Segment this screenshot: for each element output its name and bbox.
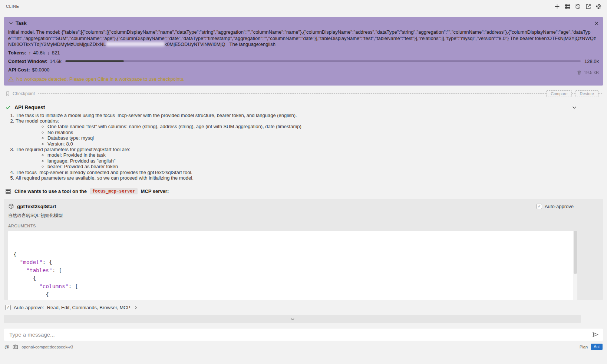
divider [572,93,575,94]
api-cost-row: API Cost: $0.0000 [8,66,599,73]
context-window-row: Context Window: 14.6k 128.0k [8,58,599,65]
list-subitem: Version: 8.0 [47,141,602,147]
arrow-down-icon: ↓ [47,49,50,56]
analysis-list: The task is to initialize a model using … [5,113,602,181]
task-size-value: 19.5 kB [584,70,599,75]
mcp-server-name: focus_mcp-server [90,188,138,194]
redacted-token-blur [106,42,165,46]
list-subitem: language: Provided as "english" [47,158,602,164]
code-line: "columnDisplayName": "name", [13,298,572,300]
trash-icon[interactable] [577,70,582,75]
arguments-code-block[interactable]: { "model": { "tables": [ { "columns": [ … [8,231,577,300]
list-subitem: bearer: Provided as bearer token [47,164,602,169]
code-scrollbar[interactable] [573,231,577,300]
camera-icon[interactable] [13,344,18,350]
api-cost-value: $0.0000 [32,66,50,73]
message-composer [4,328,603,341]
open-external-icon[interactable] [585,3,591,10]
list-subitem: One table named "test" with columns: nam… [47,124,602,129]
scroll-to-bottom-bar[interactable] [4,315,581,323]
tool-name: gptText2sqlStart [17,204,56,209]
act-mode-button[interactable]: Act [591,344,603,350]
task-size-row: 19.5 kB [577,70,599,75]
tokens-down-value: 821 [52,49,60,56]
tool-auto-approve: Auto-approve [537,204,574,209]
bookmark-icon [5,91,10,96]
workspace-warning: No workspace detected. Please open Cline… [8,76,599,82]
list-item: The focus_mcp-server is already connecte… [16,170,602,175]
warning-icon [8,76,14,82]
restore-button[interactable]: Restore [575,90,598,97]
context-window-label: Context Window: [8,58,47,65]
checkpoint-label: Checkpoint [13,91,35,96]
mcp-server-icon [5,188,11,194]
tool-name-wrap: gptText2sqlStart [8,203,537,209]
status-bar: @ openai-compat:deepseek-v3 Plan Act [4,344,603,350]
close-task-icon[interactable] [594,20,600,26]
list-item: All required parameters are available, s… [16,175,602,181]
tool-request-suffix: MCP server: [141,188,169,194]
chevron-down-icon [290,317,295,322]
mcp-servers-icon[interactable] [564,3,571,10]
assistant-analysis: The task is to initialize a model using … [5,113,602,181]
auto-approve-bar[interactable]: Auto-approve: Read, Edit, Commands, Brow… [5,305,600,310]
divider [38,93,546,94]
checkpoint-row: Checkpoint Compare Restore [5,90,602,97]
tokens-label: Tokens: [8,49,26,56]
context-progressbar-fill [65,60,124,62]
task-panel: Task initial model. The model: {"tables"… [4,17,603,86]
chevron-down-icon [8,20,14,26]
app-title: CLINE [6,4,19,9]
new-task-icon[interactable] [554,3,560,10]
api-request-header[interactable]: API Request [5,104,602,110]
list-subitem: Database type: mysql [47,135,602,141]
auto-approve-bar-label: Auto-approve: [14,305,44,310]
list-subitem: No relations [47,130,602,135]
context-used-value: 14.6k [50,58,62,65]
plan-act-toggle: Plan Act [580,344,603,350]
auto-approve-checkbox[interactable] [537,204,542,209]
arrow-up-icon: ↑ [29,49,31,56]
titlebar: CLINE [0,0,607,13]
task-text: initial model. The model: {"tables":[{"c… [8,29,599,48]
mention-at-icon[interactable]: @ [4,344,9,350]
model-selector[interactable]: openai-compat:deepseek-v3 [22,345,73,349]
history-icon[interactable] [575,3,581,10]
code-line: "model": { [13,258,572,267]
chevron-down-icon[interactable] [571,104,577,110]
tokens-up-value: 40.6k [33,49,45,56]
send-icon[interactable] [592,331,598,338]
plan-mode-button[interactable]: Plan [580,345,588,349]
auto-approve-label: Auto-approve [545,204,574,209]
code-scrollbar-thumb[interactable] [574,231,577,274]
compare-button[interactable]: Compare [546,90,572,97]
message-input[interactable] [9,331,592,338]
status-left: @ openai-compat:deepseek-v3 [4,344,73,350]
task-panel-title: Task [16,20,27,26]
warning-text: No workspace detected. Please open Cline… [16,76,185,82]
context-max-value: 128.0k [584,58,599,65]
arguments-label: ARGUMENTS [8,224,599,228]
titlebar-icons [554,3,602,10]
list-item: The model contains:One table named "test… [16,118,602,147]
api-cost-label: API Cost: [8,66,30,73]
tokens-row: Tokens: ↑40.6k ↓821 [8,49,599,56]
auto-approve-master-checkbox[interactable] [5,305,11,310]
task-header[interactable]: Task [8,20,599,26]
context-progressbar [65,60,581,62]
settings-gear-icon[interactable] [596,3,602,10]
api-request-title: API Request [14,104,568,110]
list-subitem: model: Provided in the task [47,152,602,158]
tool-call-panel: gptText2sqlStart Auto-approve 自然语言转SQL:初… [4,199,603,300]
chevron-right-icon[interactable] [133,305,138,310]
list-item: The task is to initialize a model using … [16,113,602,118]
code-line: { [13,274,572,283]
code-line: { [13,251,572,259]
list-item: The required parameters for gptText2sqlS… [16,147,602,170]
code-line: { [13,291,572,299]
package-cube-icon [8,203,14,209]
arguments-code: { "model": { "tables": [ { "columns": [ … [13,251,572,300]
tool-description: 自然语言转SQL:初始化模型 [8,213,599,219]
success-check-icon [5,104,11,110]
tool-request-row: Cline wants to use a tool on the focus_m… [5,188,602,194]
